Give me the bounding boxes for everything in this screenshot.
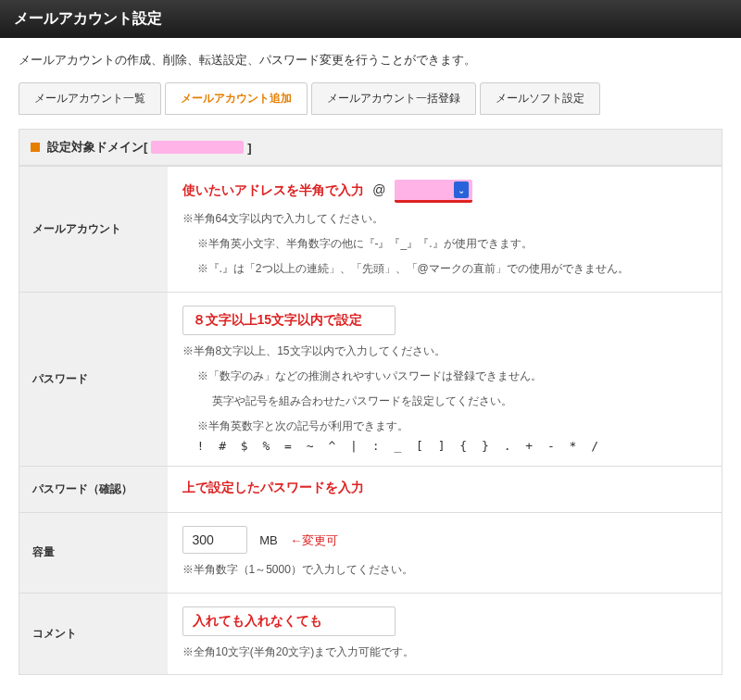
capacity-input[interactable]: 300	[182, 526, 247, 554]
tab-mail-soft[interactable]: メールソフト設定	[480, 82, 600, 115]
page-header: メールアカウント設定	[0, 0, 741, 38]
domain-suffix: ]	[247, 141, 251, 155]
redacted-domain	[151, 141, 244, 154]
chevron-down-icon: ⌄	[454, 181, 469, 198]
tab-account-bulk[interactable]: メールアカウント一括登録	[311, 82, 476, 115]
password-hint3: 英字や記号を組み合わせたパスワードを設定してください。	[212, 393, 708, 410]
square-icon	[31, 143, 40, 152]
password-symbols: ! # $ % = ~ ^ | : _ [ ] { } . + - * /	[197, 439, 708, 453]
form-content: 設定対象ドメイン[ ] メールアカウント 使いたいアドレスを半角で入力 @ ⌄ …	[0, 129, 741, 694]
capacity-change-note: ←変更可	[290, 533, 338, 547]
password-confirm-label: パスワード（確認）	[19, 467, 168, 513]
account-hint2: ※半角英小文字、半角数字の他に『-』『_』『.』が使用できます。	[197, 235, 708, 253]
footer: 確認画面へ進む	[0, 694, 741, 700]
tab-account-list[interactable]: メールアカウント一覧	[19, 82, 161, 115]
tabs: メールアカウント一覧 メールアカウント追加 メールアカウント一括登録 メールソフ…	[0, 82, 741, 115]
password-label: パスワード	[19, 292, 168, 467]
domain-select[interactable]: ⌄	[395, 180, 472, 203]
account-annotation: 使いたいアドレスを半角で入力	[182, 182, 364, 197]
domain-header: 設定対象ドメイン[ ]	[19, 129, 722, 166]
domain-prefix: 設定対象ドメイン[	[47, 139, 147, 156]
password-hint1: ※半角8文字以上、15文字以内で入力してください。	[182, 343, 708, 360]
form-table: メールアカウント 使いたいアドレスを半角で入力 @ ⌄ ※半角64文字以内で入力…	[19, 166, 722, 675]
account-label: メールアカウント	[19, 167, 168, 293]
account-hint1: ※半角64文字以内で入力してください。	[182, 210, 708, 228]
comment-hint: ※全角10文字(半角20文字)まで入力可能です。	[182, 644, 708, 661]
comment-input[interactable]: 入れても入れなくても	[182, 606, 396, 636]
page-title: メールアカウント設定	[14, 10, 162, 26]
page-description: メールアカウントの作成、削除、転送設定、パスワード変更を行うことができます。	[0, 38, 741, 82]
account-hint3: ※『.』は「2つ以上の連続」、「先頭」、「@マークの直前」での使用ができません。	[197, 260, 708, 278]
capacity-label: 容量	[19, 513, 168, 593]
capacity-hint: ※半角数字（1～5000）で入力してください。	[182, 561, 708, 579]
capacity-unit: MB	[259, 533, 278, 547]
at-sign: @	[372, 182, 385, 197]
comment-label: コメント	[19, 593, 168, 674]
password-hint4: ※半角英数字と次の記号が利用できます。	[197, 418, 708, 435]
tab-account-add[interactable]: メールアカウント追加	[165, 82, 308, 115]
password-hint2: ※「数字のみ」などの推測されやすいパスワードは登録できません。	[197, 368, 708, 385]
password-input[interactable]: ８文字以上15文字以内で設定	[182, 306, 396, 335]
password-confirm-annotation: 上で設定したパスワードを入力	[182, 480, 364, 494]
